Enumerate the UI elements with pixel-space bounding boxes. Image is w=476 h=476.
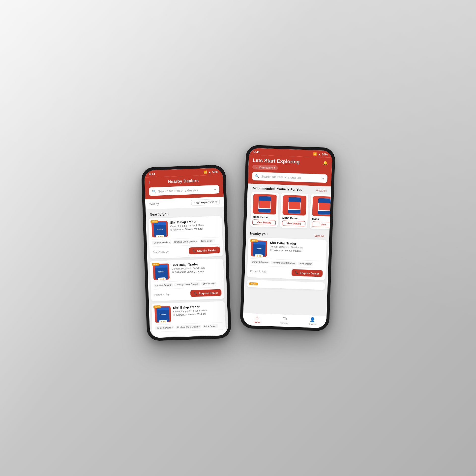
search-bar-left[interactable]: 🔍 Search for item or a dealers ≡ — [149, 185, 219, 196]
profile-icon: 👤 — [310, 317, 315, 323]
nearby-dealer-info: Shri Balaji Trader Cement supplier in Ta… — [269, 241, 324, 259]
arrow-right-icon-2: › — [324, 235, 325, 238]
home-icon: ⌂ — [256, 315, 259, 320]
star-icon-2: ★ — [159, 278, 161, 280]
nearby-dealer-badge: Newly — [250, 239, 258, 242]
search-icon-right: 🔍 — [255, 174, 259, 178]
signal-icon: ▲ — [208, 170, 211, 174]
battery-right: 50% — [322, 152, 328, 156]
recommended-title: Recommended Products For You — [252, 186, 302, 192]
view-details-btn-1[interactable]: View Details — [252, 219, 276, 225]
arrow-right-icon: › — [326, 189, 327, 192]
filter-icon-left[interactable]: ≡ — [214, 187, 216, 191]
dealer-tags-1: Cement Dealers Roofing Sheet Dealers Bri… — [152, 237, 220, 247]
chevron-down-icon: ▾ — [215, 200, 217, 204]
home-content: Recommended Products For You View All › — [243, 183, 331, 316]
tag-brick-2: Brick Dealer — [201, 282, 216, 286]
product-card-1: Maha Ceme... View Details — [250, 192, 279, 228]
dealer-tags-2: Cement Dealers Roofing Sheet Dealers Bri… — [153, 280, 221, 289]
location-row: 📍 Coimbatore ▾ — [252, 165, 328, 172]
rating-badge-1: ★ 4.0 — [156, 235, 164, 238]
tag-roofing-1: Roofing Sheet Dealers — [173, 239, 198, 244]
posted-time-1: Posted 3d Ago — [152, 250, 169, 253]
search-bar-right[interactable]: 🔍 Search for item or a dealers ≡ — [252, 172, 327, 183]
location-icon-3: 🏛 — [173, 314, 176, 316]
nearby-title: Nearby you — [250, 232, 268, 236]
recommended-view-all[interactable]: View All › — [316, 189, 327, 192]
dealer-card-2: CEMENT Newly ★ 4.0 Shri Balaji Trader — [150, 259, 224, 301]
nearby-badge-3: Newly — [153, 305, 161, 308]
product-image-1 — [253, 194, 277, 214]
enquire-button-2[interactable]: 📞 Enquire Dealer — [190, 289, 222, 297]
sort-option: most expensive — [194, 200, 215, 205]
nearby-view-all[interactable]: View All › — [314, 234, 325, 238]
home-title: Lets Start Exploring — [252, 157, 300, 165]
header-nav: ‹ Nearby Dealers — [149, 177, 219, 185]
nearby-tag-roofing: Roofing Sheet Dealers — [271, 261, 297, 265]
dealer-card-1: CEMENT Newly ★ 4.0 Shri Balaji Trader — [148, 216, 223, 259]
peek-badge: Nearby — [249, 282, 258, 285]
product-name-1: Maha Ceme... — [253, 215, 276, 219]
product-name-3: Maha... — [312, 217, 331, 221]
sort-label: Sort by — [149, 202, 159, 206]
nav-home-label: Home — [254, 321, 260, 324]
location-pill[interactable]: 📍 Coimbatore ▾ — [252, 165, 278, 170]
location-icon-2: 🏛 — [172, 271, 174, 273]
phone-right: 9:41 📶 ▲ 50% Lets Start Exploring 🔔 📍 Co… — [240, 145, 335, 331]
product-name-2: Maha Ceme... — [282, 216, 306, 220]
product-image-3 — [312, 196, 331, 216]
scene: 9:41 📶 ▲ 50% ‹ Nearby Dealers 🔍 Search f… — [144, 146, 332, 330]
status-icons-left: 📶 ▲ 50% — [204, 170, 218, 174]
nearby-dealer-img-wrap: CEMENT Newly ★ 4.0 — [251, 240, 267, 257]
nearby-dealer-footer: Posted 3d Ago 📞 Enquire Dealer — [250, 268, 323, 277]
phone-icon-2: 📞 — [194, 292, 197, 295]
product-card-2: Maha Ceme... View Details — [280, 193, 308, 229]
header-left: ‹ Nearby Dealers 🔍 Search for item or a … — [145, 175, 224, 200]
search-icon-left: 🔍 — [152, 189, 156, 194]
tag-roofing-3: Roofing Sheet Dealers — [176, 325, 201, 329]
enquire-button-1[interactable]: 📞 Enquire Dealer — [189, 246, 220, 254]
view-details-btn-3[interactable]: View — [312, 221, 331, 227]
dealer-image-wrap-3: CEMENT Newly ★ 4.0 — [154, 306, 171, 323]
tag-roofing-2: Roofing Sheet Dealers — [174, 282, 200, 287]
dealer-info-2: Shri Balaji Trader Cement supplier in Ta… — [172, 262, 221, 279]
bell-icon[interactable]: 🔔 — [323, 160, 328, 165]
nav-profile[interactable]: 👤 Profile — [298, 317, 327, 326]
bottom-nav: ⌂ Home 🛍 Orders 👤 Profile — [243, 313, 327, 328]
location-icon-nearby: 🏛 — [269, 249, 272, 251]
dealer-footer-1: Posted 3d Ago 📞 Enquire Dealer — [152, 246, 220, 255]
dealer-info-1: Shri Balaji Trader Cement supplier in Ta… — [170, 219, 219, 237]
tag-cement-2: Cement Dealers — [154, 283, 173, 287]
star-icon-3: ★ — [160, 321, 162, 323]
nearby-dealer-tags: Cement Dealers Roofing Sheet Dealers Bri… — [250, 258, 323, 268]
search-input-left[interactable]: Search for item or a dealers — [158, 188, 212, 193]
star-icon-nearby: ★ — [256, 255, 258, 257]
nearby-badge-1: Newly — [150, 220, 158, 223]
back-button[interactable]: ‹ — [149, 180, 150, 185]
nav-orders[interactable]: 🛍 Orders — [271, 316, 299, 325]
home-header: Lets Start Exploring 🔔 📍 Coimbatore ▾ 🔍 … — [248, 155, 332, 186]
filter-icon-right[interactable]: ≡ — [322, 177, 325, 180]
dealer-image-wrap-2: CEMENT Newly ★ 4.0 — [153, 263, 170, 280]
nearby-enquire-button[interactable]: 📞 Enquire Dealer — [292, 269, 323, 277]
nearby-badge-2: Newly — [152, 263, 160, 266]
rating-badge-3: ★ 4.0 — [159, 320, 167, 324]
nav-home[interactable]: ⌂ Home — [243, 315, 271, 324]
tag-brick-3: Brick Dealer — [203, 324, 218, 328]
star-icon-1: ★ — [157, 236, 159, 238]
wifi-icon: 📶 — [204, 170, 207, 174]
product-card-3: Maha... View — [310, 194, 331, 230]
location-label: Coimbatore — [259, 166, 273, 169]
dealer-card-peek: Nearby — [247, 280, 325, 290]
search-input-right[interactable]: Search for item or a dealers — [261, 175, 320, 180]
sort-dropdown[interactable]: most expensive ▾ — [191, 199, 220, 206]
dealer-image-wrap-1: CEMENT Newly ★ 4.0 — [151, 221, 168, 238]
nearby-posted-time: Posted 3d Ago — [250, 270, 266, 273]
dealer-tags-3: Cement Dealers Roofing Sheet Dealers Bri… — [155, 322, 223, 332]
products-scroll: Maha Ceme... View Details Maha Ceme... — [246, 192, 331, 232]
nearby-tag-cement: Cement Dealers — [250, 260, 269, 264]
tag-cement-3: Cement Dealers — [155, 326, 174, 330]
view-details-btn-2[interactable]: View Details — [282, 220, 306, 226]
nearby-dealer-card: CEMENT Newly ★ 4.0 Shri Balaji Trader — [247, 237, 327, 280]
dealer-card-3: CEMENT Newly ★ 4.0 Shri Balaji Trader — [151, 301, 226, 337]
